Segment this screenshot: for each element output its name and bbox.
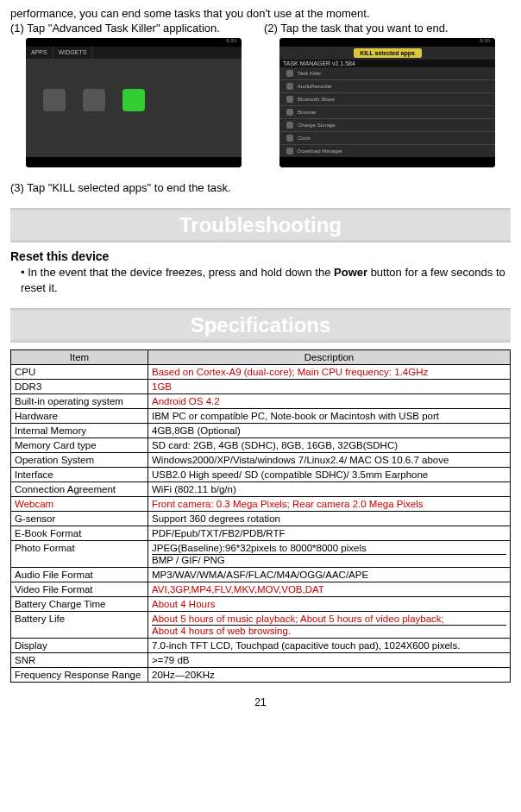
table-row: InterfaceUSB2.0 High speed/ SD (compatib… [11, 468, 511, 482]
spec-item: Battery Life [11, 612, 148, 639]
spec-item: Internal Memory [11, 424, 148, 438]
spec-description: 7.0-inch TFT LCD, Touchpad (capacitive t… [148, 639, 511, 653]
step-2-col: (2) Tap the task that you want to end. 8… [264, 22, 511, 173]
step-1-col: (1) Tap "Advanced Task Killer" applicati… [10, 22, 257, 173]
table-row: Video File FormatAVI,3GP,MP4,FLV,MKV,MOV… [11, 582, 511, 597]
reset-heading: Reset this device [10, 249, 511, 263]
spec-item: Display [11, 639, 148, 653]
status-bar: 8:30 [279, 38, 495, 47]
kill-button: KILL selected apps [354, 48, 422, 58]
spec-description: 4GB,8GB (Optional) [148, 424, 511, 438]
troubleshooting-banner: Troubleshooting [10, 208, 511, 242]
spec-item: E-Book Format [11, 526, 148, 541]
screenshot-apps: 8:30 APPS WIDGETS [26, 38, 242, 167]
spec-description: USB2.0 High speed/ SD (compatible SDHC)/… [148, 468, 511, 482]
table-row: DDR31GB [11, 380, 511, 394]
table-row: Battery LifeAbout 5 hours of music playb… [11, 612, 511, 639]
step-2-text: (2) Tap the task that you want to end. [264, 22, 511, 35]
spec-item: SNR [11, 653, 148, 668]
table-row: Audio File FormatMP3/WAV/WMA/ASF/FLAC/M4… [11, 568, 511, 582]
spec-description: JPEG(Baseline):96*32pixels to 8000*8000 … [148, 541, 511, 568]
reset-text-prefix: • In the event that the device freezes, … [21, 266, 334, 279]
task-row: Change Storage [279, 119, 495, 132]
table-row: Battery Charge TimeAbout 4 Hours [11, 597, 511, 612]
reset-text-bold: Power [334, 266, 367, 279]
steps-row: (1) Tap "Advanced Task Killer" applicati… [10, 22, 511, 173]
header-description: Description [148, 350, 511, 365]
table-row: G-sensorSupport 360 degrees rotation [11, 512, 511, 526]
step-1-text: (1) Tap "Advanced Task Killer" applicati… [10, 22, 257, 35]
spec-description: Support 360 degrees rotation [148, 512, 511, 526]
header-item: Item [11, 350, 148, 365]
spec-description: AVI,3GP,MP4,FLV,MKV,MOV,VOB,DAT [148, 582, 511, 597]
spec-item: Audio File Format [11, 568, 148, 582]
spec-item: Video File Format [11, 582, 148, 597]
spec-description: Front camera: 0.3 Mega Pixels; Rear came… [148, 497, 511, 512]
spec-description: MP3/WAV/WMA/ASF/FLAC/M4A/OGG/AAC/APE [148, 568, 511, 582]
spec-item: Connection Agreement [11, 482, 148, 497]
spec-description: Windows2000/XP/Vista/windows 7/Linux2.4/… [148, 453, 511, 468]
nav-bar [279, 157, 495, 167]
reset-bullet: • In the event that the device freezes, … [21, 265, 511, 296]
task-row: Task Killer [279, 67, 495, 80]
table-row: SNR>=79 dB [11, 653, 511, 668]
table-row: HardwareIBM PC or compatible PC, Note-bo… [11, 409, 511, 424]
spec-item: G-sensor [11, 512, 148, 526]
table-row: Connection AgreementWiFi (802.11 b/g/n) [11, 482, 511, 497]
spec-item: DDR3 [11, 380, 148, 394]
task-row: Download Manager [279, 145, 495, 158]
status-bar: 8:30 [26, 38, 242, 47]
step-3-text: (3) Tap "KILL selected apps" to end the … [10, 181, 511, 194]
spec-item: Memory Card type [11, 438, 148, 453]
spec-item: Hardware [11, 409, 148, 424]
spec-item: Frequency Response Range [11, 668, 148, 683]
spec-item: Battery Charge Time [11, 597, 148, 612]
spec-item: Webcam [11, 497, 148, 512]
spec-item: Photo Format [11, 541, 148, 568]
spec-description: 1GB [148, 380, 511, 394]
tab-widgets: WIDGETS [53, 47, 93, 59]
app-icon [83, 89, 105, 111]
spec-item: Operation System [11, 453, 148, 468]
table-row: Built-in operating systemAndroid OS 4.2 [11, 394, 511, 409]
specs-table: Item Description CPUBased on Cortex-A9 (… [10, 349, 511, 683]
table-row: Memory Card typeSD card: 2GB, 4GB (SDHC)… [11, 438, 511, 453]
table-row: Frequency Response Range20Hz—20KHz [11, 668, 511, 683]
nav-bar [26, 157, 242, 167]
spec-description: Android OS 4.2 [148, 394, 511, 409]
spec-item: Built-in operating system [11, 394, 148, 409]
table-row: Operation SystemWindows2000/XP/Vista/win… [11, 453, 511, 468]
spec-item: CPU [11, 365, 148, 380]
table-row: Display7.0-inch TFT LCD, Touchpad (capac… [11, 639, 511, 653]
table-row: Photo FormatJPEG(Baseline):96*32pixels t… [11, 541, 511, 568]
table-row: Internal Memory4GB,8GB (Optional) [11, 424, 511, 438]
icons-row [26, 59, 242, 142]
task-row: AudioRecorder [279, 80, 495, 93]
app-icon [43, 89, 66, 111]
spec-description: About 4 Hours [148, 597, 511, 612]
task-title: TASK MANAGER v2.1.584 [279, 60, 495, 67]
screenshot-tasks: 8:30 KILL selected apps TASK MANAGER v2.… [279, 38, 495, 167]
spec-description: Based on Cortex-A9 (dual-core); Main CPU… [148, 365, 511, 380]
table-header-row: Item Description [11, 350, 511, 365]
spec-description: SD card: 2GB, 4GB (SDHC), 8GB, 16GB, 32G… [148, 438, 511, 453]
spec-description: 20Hz—20KHz [148, 668, 511, 683]
apps-content [26, 59, 242, 162]
task-killer-icon [122, 89, 145, 111]
intro-text: performance, you can end some tasks that… [10, 7, 511, 20]
tab-bar: APPS WIDGETS [26, 47, 242, 59]
spec-description: WiFi (802.11 b/g/n) [148, 482, 511, 497]
table-row: E-Book FormatPDF/Epub/TXT/FB2/PDB/RTF [11, 526, 511, 541]
specifications-banner: Specifications [10, 308, 511, 343]
tab-apps: APPS [26, 47, 53, 59]
table-row: CPUBased on Cortex-A9 (dual-core); Main … [11, 365, 511, 380]
spec-description: IBM PC or compatible PC, Note-book or Ma… [148, 409, 511, 424]
task-row: Browser [279, 106, 495, 119]
page-number: 21 [10, 696, 511, 708]
spec-description: PDF/Epub/TXT/FB2/PDB/RTF [148, 526, 511, 541]
spec-item: Interface [11, 468, 148, 482]
task-row: Bluetooth Share [279, 93, 495, 106]
table-row: WebcamFront camera: 0.3 Mega Pixels; Rea… [11, 497, 511, 512]
task-row: Clock [279, 132, 495, 145]
spec-description: >=79 dB [148, 653, 511, 668]
